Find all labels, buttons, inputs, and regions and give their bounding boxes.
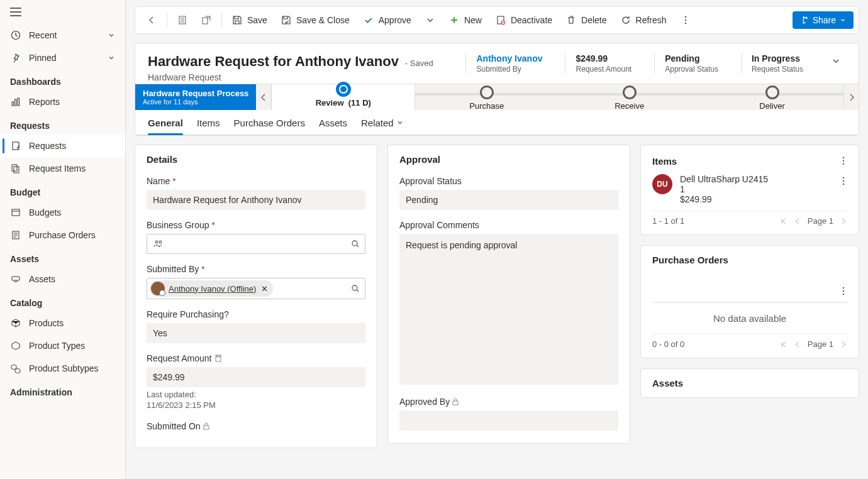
share-button[interactable]: Share (793, 11, 854, 29)
save-icon (232, 15, 242, 25)
next-page-icon[interactable] (840, 341, 847, 348)
first-page-icon[interactable] (780, 217, 787, 225)
bpf-info[interactable]: Hardware Request Process Active for 11 d… (135, 84, 256, 110)
section-administration: Administration (0, 380, 125, 401)
submitted-by-lookup[interactable]: Anthony Ivanov (Offline) ✕ (147, 278, 365, 299)
tab-assets[interactable]: Assets (319, 118, 347, 135)
item-row[interactable]: DU Dell UltraSharp U2415 1 $249.99 (652, 168, 847, 211)
tab-purchase-orders[interactable]: Purchase Orders (234, 118, 305, 135)
svg-point-18 (159, 241, 162, 243)
nav-product-types[interactable]: Product Types (0, 334, 125, 357)
header-approval-label: Approval Status (665, 65, 718, 74)
refresh-icon (621, 15, 631, 25)
back-button[interactable] (140, 11, 163, 29)
nav-reports[interactable]: Reports (0, 91, 125, 113)
request-amount-field[interactable] (147, 367, 365, 387)
po-no-data: No data available (652, 302, 847, 334)
items-more-button[interactable] (840, 154, 847, 168)
nav-requests[interactable]: Requests (0, 135, 125, 157)
approval-comments-field[interactable] (399, 234, 618, 385)
approve-split-button[interactable] (419, 11, 442, 29)
save-button[interactable]: Save (226, 11, 274, 29)
tab-items[interactable]: Items (197, 118, 220, 135)
require-purchasing-field[interactable] (147, 323, 365, 343)
bpf-stage-purchase[interactable]: Purchase (415, 84, 558, 110)
save-close-button[interactable]: Save & Close (275, 11, 356, 29)
deactivate-icon (496, 15, 506, 25)
approve-button[interactable]: Approve (357, 11, 418, 29)
bpf-stage-review[interactable]: Review (11 D) (271, 84, 415, 110)
next-page-icon[interactable] (840, 217, 847, 225)
open-record-set-button[interactable] (171, 11, 194, 29)
business-group-lookup[interactable] (147, 234, 365, 254)
overflow-button[interactable] (674, 11, 697, 29)
svg-rect-11 (203, 18, 208, 24)
approved-by-field[interactable] (399, 410, 618, 431)
section-catalog: Catalog (0, 290, 125, 312)
reports-icon (10, 96, 21, 107)
svg-point-15 (684, 19, 686, 21)
popout-icon (201, 15, 211, 25)
svg-point-16 (684, 23, 686, 25)
bpf-next-button[interactable] (843, 84, 859, 110)
approval-status-field[interactable] (399, 190, 618, 210)
svg-rect-3 (18, 98, 19, 106)
check-icon (364, 15, 374, 25)
calculator-icon (214, 355, 222, 362)
business-process-flow: Hardware Request Process Active for 11 d… (135, 84, 859, 110)
svg-rect-9 (12, 277, 19, 280)
svg-point-20 (352, 285, 357, 290)
approval-section: Approval Approval Status Approval Commen… (387, 145, 630, 444)
bpf-stage-deliver[interactable]: Deliver (701, 84, 843, 110)
refresh-button[interactable]: Refresh (615, 11, 673, 29)
delete-button[interactable]: Delete (560, 11, 613, 29)
bpf-prev-button[interactable] (256, 84, 271, 110)
item-row-more-button[interactable] (840, 174, 847, 188)
bpf-dot-active (336, 82, 351, 97)
chevron-down-icon (840, 17, 846, 23)
lock-icon (203, 422, 209, 430)
prev-page-icon[interactable] (794, 341, 801, 348)
nav-product-subtypes[interactable]: Product Subtypes (0, 357, 125, 380)
nav-recent[interactable]: Recent (0, 24, 125, 47)
pin-icon (10, 52, 21, 63)
hamburger-icon (10, 8, 21, 16)
header-submitted-by-value[interactable]: Anthony Ivanov (476, 53, 542, 63)
svg-point-14 (684, 16, 686, 18)
po-icon (10, 229, 21, 241)
remove-pill-button[interactable]: ✕ (261, 284, 268, 294)
header-expand-button[interactable] (826, 53, 846, 69)
entity-name: Hardware Request (148, 72, 453, 82)
item-price: $249.99 (680, 194, 832, 204)
sidebar: Recent Pinned Dashboards Reports Request… (0, 0, 126, 479)
deactivate-button[interactable]: Deactivate (489, 11, 559, 29)
name-field[interactable] (147, 190, 365, 210)
nav-request-items[interactable]: Request Items (0, 157, 125, 180)
back-icon (147, 15, 157, 25)
items-subgrid: Items DU Dell UltraSharp U2415 1 $249.99 (640, 145, 859, 235)
nav-purchase-orders[interactable]: Purchase Orders (0, 224, 125, 246)
svg-rect-24 (453, 401, 458, 405)
po-more-button[interactable] (840, 284, 847, 298)
nav-assets[interactable]: Assets (0, 268, 125, 290)
nav-products[interactable]: Products (0, 312, 125, 334)
search-icon (351, 239, 360, 248)
tab-general[interactable]: General (148, 118, 183, 135)
section-requests: Requests (0, 113, 125, 135)
popout-button[interactable] (195, 11, 218, 29)
product-icon (10, 317, 21, 329)
svg-point-25 (843, 157, 844, 158)
nav-toggle-button[interactable] (0, 0, 125, 24)
bpf-stage-receive[interactable]: Receive (558, 84, 701, 110)
new-button[interactable]: New (443, 11, 488, 29)
first-page-icon[interactable] (780, 341, 787, 348)
prev-page-icon[interactable] (794, 217, 801, 225)
assets-subgrid: Assets (640, 368, 859, 398)
tab-related[interactable]: Related (361, 118, 404, 135)
trash-icon (566, 15, 576, 25)
po-count: 0 - 0 of 0 (652, 339, 684, 349)
submitted-by-pill[interactable]: Anthony Ivanov (Offline) ✕ (150, 280, 273, 297)
nav-pinned[interactable]: Pinned (0, 47, 125, 69)
record-set-icon (177, 15, 187, 25)
nav-budgets[interactable]: Budgets (0, 201, 125, 224)
